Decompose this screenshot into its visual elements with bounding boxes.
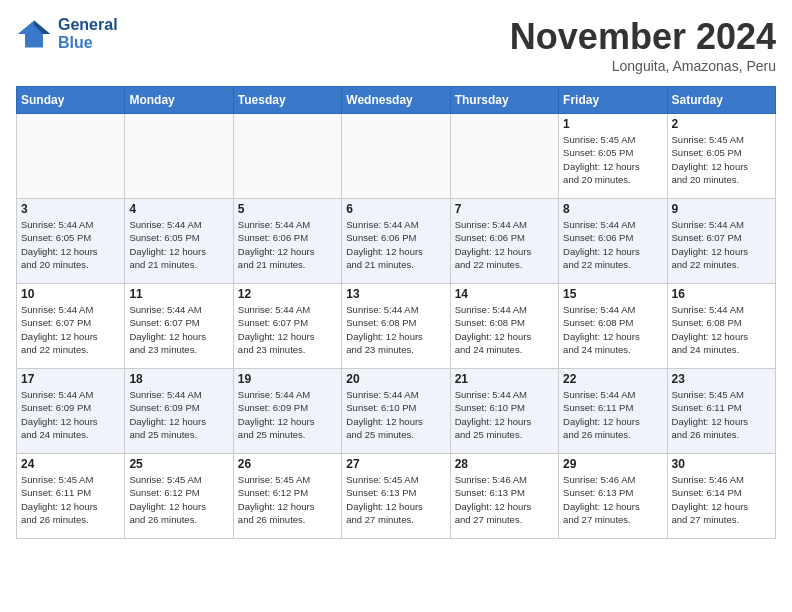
calendar-cell: 20Sunrise: 5:44 AM Sunset: 6:10 PM Dayli… (342, 369, 450, 454)
day-number: 2 (672, 117, 771, 131)
day-info: Sunrise: 5:44 AM Sunset: 6:10 PM Dayligh… (346, 388, 445, 441)
calendar-cell: 3Sunrise: 5:44 AM Sunset: 6:05 PM Daylig… (17, 199, 125, 284)
calendar-cell: 28Sunrise: 5:46 AM Sunset: 6:13 PM Dayli… (450, 454, 558, 539)
day-number: 22 (563, 372, 662, 386)
calendar-cell: 11Sunrise: 5:44 AM Sunset: 6:07 PM Dayli… (125, 284, 233, 369)
weekday-header-thursday: Thursday (450, 87, 558, 114)
day-info: Sunrise: 5:45 AM Sunset: 6:11 PM Dayligh… (672, 388, 771, 441)
day-info: Sunrise: 5:45 AM Sunset: 6:12 PM Dayligh… (238, 473, 337, 526)
day-info: Sunrise: 5:46 AM Sunset: 6:13 PM Dayligh… (563, 473, 662, 526)
header: General Blue November 2024 Longuita, Ama… (16, 16, 776, 74)
day-number: 9 (672, 202, 771, 216)
day-number: 10 (21, 287, 120, 301)
day-info: Sunrise: 5:44 AM Sunset: 6:08 PM Dayligh… (672, 303, 771, 356)
calendar-cell: 1Sunrise: 5:45 AM Sunset: 6:05 PM Daylig… (559, 114, 667, 199)
day-info: Sunrise: 5:44 AM Sunset: 6:05 PM Dayligh… (129, 218, 228, 271)
day-info: Sunrise: 5:44 AM Sunset: 6:08 PM Dayligh… (455, 303, 554, 356)
calendar-row: 10Sunrise: 5:44 AM Sunset: 6:07 PM Dayli… (17, 284, 776, 369)
day-info: Sunrise: 5:44 AM Sunset: 6:06 PM Dayligh… (238, 218, 337, 271)
logo: General Blue (16, 16, 118, 52)
calendar-row: 17Sunrise: 5:44 AM Sunset: 6:09 PM Dayli… (17, 369, 776, 454)
day-info: Sunrise: 5:44 AM Sunset: 6:10 PM Dayligh… (455, 388, 554, 441)
calendar-cell: 7Sunrise: 5:44 AM Sunset: 6:06 PM Daylig… (450, 199, 558, 284)
calendar-cell (125, 114, 233, 199)
day-number: 7 (455, 202, 554, 216)
weekday-header-saturday: Saturday (667, 87, 775, 114)
calendar-cell: 18Sunrise: 5:44 AM Sunset: 6:09 PM Dayli… (125, 369, 233, 454)
calendar-cell: 21Sunrise: 5:44 AM Sunset: 6:10 PM Dayli… (450, 369, 558, 454)
day-number: 1 (563, 117, 662, 131)
calendar-cell: 23Sunrise: 5:45 AM Sunset: 6:11 PM Dayli… (667, 369, 775, 454)
calendar-cell: 27Sunrise: 5:45 AM Sunset: 6:13 PM Dayli… (342, 454, 450, 539)
calendar-cell: 6Sunrise: 5:44 AM Sunset: 6:06 PM Daylig… (342, 199, 450, 284)
day-number: 23 (672, 372, 771, 386)
day-info: Sunrise: 5:45 AM Sunset: 6:11 PM Dayligh… (21, 473, 120, 526)
calendar-cell: 9Sunrise: 5:44 AM Sunset: 6:07 PM Daylig… (667, 199, 775, 284)
logo-text: General Blue (58, 16, 118, 51)
calendar-cell: 16Sunrise: 5:44 AM Sunset: 6:08 PM Dayli… (667, 284, 775, 369)
weekday-header-row: SundayMondayTuesdayWednesdayThursdayFrid… (17, 87, 776, 114)
calendar-row: 1Sunrise: 5:45 AM Sunset: 6:05 PM Daylig… (17, 114, 776, 199)
day-number: 4 (129, 202, 228, 216)
calendar-cell: 15Sunrise: 5:44 AM Sunset: 6:08 PM Dayli… (559, 284, 667, 369)
weekday-header-sunday: Sunday (17, 87, 125, 114)
day-number: 26 (238, 457, 337, 471)
calendar-table: SundayMondayTuesdayWednesdayThursdayFrid… (16, 86, 776, 539)
calendar-cell: 8Sunrise: 5:44 AM Sunset: 6:06 PM Daylig… (559, 199, 667, 284)
day-info: Sunrise: 5:44 AM Sunset: 6:09 PM Dayligh… (21, 388, 120, 441)
calendar-cell: 10Sunrise: 5:44 AM Sunset: 6:07 PM Dayli… (17, 284, 125, 369)
day-info: Sunrise: 5:44 AM Sunset: 6:06 PM Dayligh… (455, 218, 554, 271)
calendar-cell: 14Sunrise: 5:44 AM Sunset: 6:08 PM Dayli… (450, 284, 558, 369)
day-number: 12 (238, 287, 337, 301)
day-number: 20 (346, 372, 445, 386)
day-number: 13 (346, 287, 445, 301)
day-info: Sunrise: 5:45 AM Sunset: 6:05 PM Dayligh… (672, 133, 771, 186)
day-info: Sunrise: 5:44 AM Sunset: 6:09 PM Dayligh… (129, 388, 228, 441)
day-number: 17 (21, 372, 120, 386)
day-info: Sunrise: 5:44 AM Sunset: 6:07 PM Dayligh… (238, 303, 337, 356)
calendar-row: 3Sunrise: 5:44 AM Sunset: 6:05 PM Daylig… (17, 199, 776, 284)
day-number: 3 (21, 202, 120, 216)
day-number: 6 (346, 202, 445, 216)
day-info: Sunrise: 5:44 AM Sunset: 6:08 PM Dayligh… (346, 303, 445, 356)
month-title: November 2024 (510, 16, 776, 58)
calendar-cell: 29Sunrise: 5:46 AM Sunset: 6:13 PM Dayli… (559, 454, 667, 539)
calendar-cell: 22Sunrise: 5:44 AM Sunset: 6:11 PM Dayli… (559, 369, 667, 454)
calendar-cell: 4Sunrise: 5:44 AM Sunset: 6:05 PM Daylig… (125, 199, 233, 284)
calendar-cell (342, 114, 450, 199)
day-number: 18 (129, 372, 228, 386)
title-section: November 2024 Longuita, Amazonas, Peru (510, 16, 776, 74)
day-info: Sunrise: 5:44 AM Sunset: 6:07 PM Dayligh… (672, 218, 771, 271)
day-info: Sunrise: 5:45 AM Sunset: 6:13 PM Dayligh… (346, 473, 445, 526)
day-info: Sunrise: 5:44 AM Sunset: 6:09 PM Dayligh… (238, 388, 337, 441)
calendar-cell (450, 114, 558, 199)
day-number: 27 (346, 457, 445, 471)
day-info: Sunrise: 5:44 AM Sunset: 6:06 PM Dayligh… (346, 218, 445, 271)
weekday-header-friday: Friday (559, 87, 667, 114)
day-number: 11 (129, 287, 228, 301)
day-info: Sunrise: 5:46 AM Sunset: 6:13 PM Dayligh… (455, 473, 554, 526)
day-number: 5 (238, 202, 337, 216)
location-subtitle: Longuita, Amazonas, Peru (510, 58, 776, 74)
calendar-cell (233, 114, 341, 199)
weekday-header-wednesday: Wednesday (342, 87, 450, 114)
calendar-cell (17, 114, 125, 199)
calendar-cell: 26Sunrise: 5:45 AM Sunset: 6:12 PM Dayli… (233, 454, 341, 539)
day-info: Sunrise: 5:44 AM Sunset: 6:07 PM Dayligh… (129, 303, 228, 356)
day-info: Sunrise: 5:45 AM Sunset: 6:05 PM Dayligh… (563, 133, 662, 186)
calendar-cell: 12Sunrise: 5:44 AM Sunset: 6:07 PM Dayli… (233, 284, 341, 369)
day-number: 24 (21, 457, 120, 471)
day-number: 19 (238, 372, 337, 386)
calendar-cell: 30Sunrise: 5:46 AM Sunset: 6:14 PM Dayli… (667, 454, 775, 539)
day-number: 28 (455, 457, 554, 471)
day-info: Sunrise: 5:46 AM Sunset: 6:14 PM Dayligh… (672, 473, 771, 526)
day-info: Sunrise: 5:44 AM Sunset: 6:05 PM Dayligh… (21, 218, 120, 271)
day-info: Sunrise: 5:44 AM Sunset: 6:08 PM Dayligh… (563, 303, 662, 356)
calendar-cell: 5Sunrise: 5:44 AM Sunset: 6:06 PM Daylig… (233, 199, 341, 284)
weekday-header-monday: Monday (125, 87, 233, 114)
day-number: 8 (563, 202, 662, 216)
day-info: Sunrise: 5:45 AM Sunset: 6:12 PM Dayligh… (129, 473, 228, 526)
weekday-header-tuesday: Tuesday (233, 87, 341, 114)
day-number: 29 (563, 457, 662, 471)
day-info: Sunrise: 5:44 AM Sunset: 6:07 PM Dayligh… (21, 303, 120, 356)
